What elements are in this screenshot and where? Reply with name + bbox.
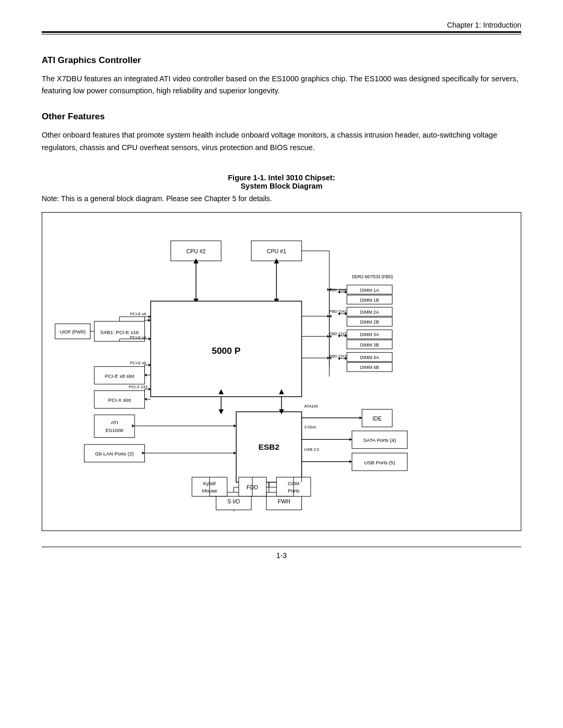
fwh-label: FWH — [278, 498, 290, 504]
pcie-x8-top-label: PCI-E x8 — [130, 312, 146, 316]
dimm-2b: DIMM 2B — [360, 319, 379, 325]
sata-speed-label: 3 Gb/s — [304, 425, 316, 429]
other-features-title: Other Features — [42, 112, 521, 122]
cpu2-label: CPU #2 — [186, 248, 205, 254]
es1000-label: ES1000 — [105, 427, 123, 433]
chapter-header: Chapter 1: Introduction — [42, 21, 521, 29]
ati-graphics-title: ATI Graphics Controller — [42, 55, 521, 66]
fbd-ch3-label: FBD CH3 — [329, 354, 347, 359]
usb-20-label: USB 2.0 — [304, 447, 319, 451]
dimm-3a: DIMM 3A — [360, 332, 379, 337]
dimm-4b: DIMM 4B — [360, 365, 379, 370]
dimm-4a: DIMM 4A — [360, 355, 379, 360]
svg-marker-14 — [218, 409, 224, 414]
svg-marker-108 — [329, 315, 332, 318]
ddr-label: DDR2-667/533 (FBD) — [352, 275, 393, 279]
figure-caption-line1: Figure 1-1. Intel 3010 Chipset: — [228, 174, 335, 182]
pcie-slot-label: PCI-E x8 — [130, 360, 146, 365]
top-rule-thin — [42, 34, 521, 34]
esb2-label: ESB2 — [259, 442, 279, 451]
figure-caption: Figure 1-1. Intel 3010 Chipset: System B… — [42, 174, 521, 190]
uiop-label: UIOP (PWR) — [60, 329, 86, 334]
pcie-x8-bottom-label: PCI-E x8 — [130, 335, 146, 340]
svg-marker-21 — [148, 318, 151, 322]
pcix-133-label: PCI-X 133 — [129, 385, 148, 389]
fbd-ch2-label: FBD CH2 — [329, 331, 347, 336]
block-diagram: CPU #2 CPU #1 5000 P ESB2 — [42, 212, 521, 531]
dimm-1b: DIMM 1B — [360, 298, 379, 303]
svg-marker-31 — [144, 374, 146, 377]
ati-label: ATI — [111, 419, 118, 425]
bottom-rule — [42, 547, 521, 547]
dimm-3b: DIMM 3B — [360, 342, 379, 347]
pcix-slot-label: PCI-X slot — [108, 397, 131, 403]
page: Chapter 1: Introduction ATI Graphics Con… — [0, 0, 563, 728]
sata-label: SATA Ports (4) — [363, 437, 396, 443]
sxb1-label: SXB1: PCI-E x16 — [100, 329, 139, 335]
dimm-2a: DIMM 2A — [360, 310, 379, 315]
sio-label: S I/O — [227, 498, 240, 504]
gb-lan-label: Gb LAN Ports (2) — [95, 451, 134, 456]
ide-label: IDE — [373, 415, 382, 421]
svg-marker-107 — [327, 315, 329, 318]
dimm-1a: DIMM 1A — [360, 287, 379, 292]
hub-label: 5000 P — [212, 346, 240, 356]
fbd-ch1-label: FBD CH1 — [329, 309, 347, 314]
svg-rect-41 — [94, 415, 134, 437]
figure-note: Note: This is a general block diagram. P… — [42, 194, 521, 203]
diagram-svg: CPU #2 CPU #1 5000 P ESB2 — [50, 223, 513, 520]
page-number: 1-3 — [42, 551, 521, 560]
cpu1-label: CPU #1 — [267, 248, 286, 254]
top-rule-thick — [42, 31, 521, 33]
usb-label: USB Ports (5) — [364, 459, 395, 465]
other-features-body: Other onboard features that promote syst… — [42, 129, 521, 153]
figure-caption-line2: System Block Diagram — [240, 182, 322, 190]
pcie-x8-slot-label: PCI-E x8 slot — [105, 373, 134, 378]
svg-marker-37 — [144, 398, 146, 401]
ata100-label: ATA100 — [304, 404, 318, 409]
ati-graphics-body: The X7DBU features an integrated ATI vid… — [42, 73, 521, 97]
